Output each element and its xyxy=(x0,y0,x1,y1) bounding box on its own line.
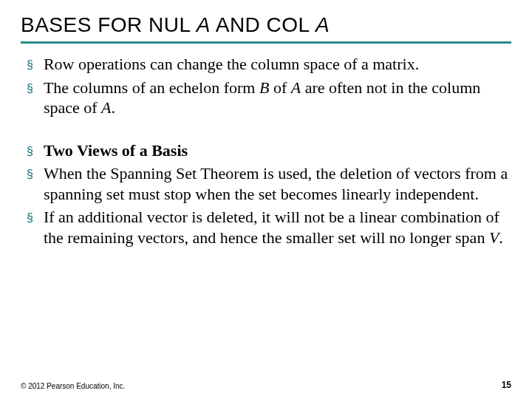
title-mid: AND COL xyxy=(211,13,316,36)
bullet-marker-icon: § xyxy=(27,211,33,225)
bullet-marker-icon: § xyxy=(27,144,33,159)
list-item: § If an additional vector is deleted, it… xyxy=(27,207,511,248)
bullet-list-bottom: § Two Views of a Basis § When the Spanni… xyxy=(21,140,511,248)
bullet-text: The columns of an echelon form B of A ar… xyxy=(44,78,511,118)
bullet-text: Two Views of a Basis xyxy=(44,140,511,161)
bullet-list-top: § Row operations can change the column s… xyxy=(21,54,511,118)
list-item: § Two Views of a Basis xyxy=(27,140,511,161)
bullet-text: Row operations can change the column spa… xyxy=(44,54,511,75)
bullet-marker-icon: § xyxy=(27,58,33,72)
list-item: § When the Spanning Set Theorem is used,… xyxy=(27,163,511,204)
page-number: 15 xyxy=(502,380,511,390)
copyright-text: © 2012 Pearson Education, Inc. xyxy=(21,382,125,390)
spacer xyxy=(21,121,511,140)
title-a1: A xyxy=(197,13,211,36)
bullet-marker-icon: § xyxy=(27,167,33,182)
bullet-marker-icon: § xyxy=(27,81,33,96)
title-pre: BASES FOR NUL xyxy=(21,13,197,36)
title-a2: A xyxy=(316,13,330,36)
list-item: § Row operations can change the column s… xyxy=(27,54,511,75)
bullet-text: When the Spanning Set Theorem is used, t… xyxy=(44,163,511,204)
slide-title: BASES FOR NUL A AND COL A xyxy=(21,13,511,44)
bullet-text: If an additional vector is deleted, it w… xyxy=(44,207,511,248)
footer: © 2012 Pearson Education, Inc. 15 xyxy=(21,380,511,390)
list-item: § The columns of an echelon form B of A … xyxy=(27,78,511,118)
